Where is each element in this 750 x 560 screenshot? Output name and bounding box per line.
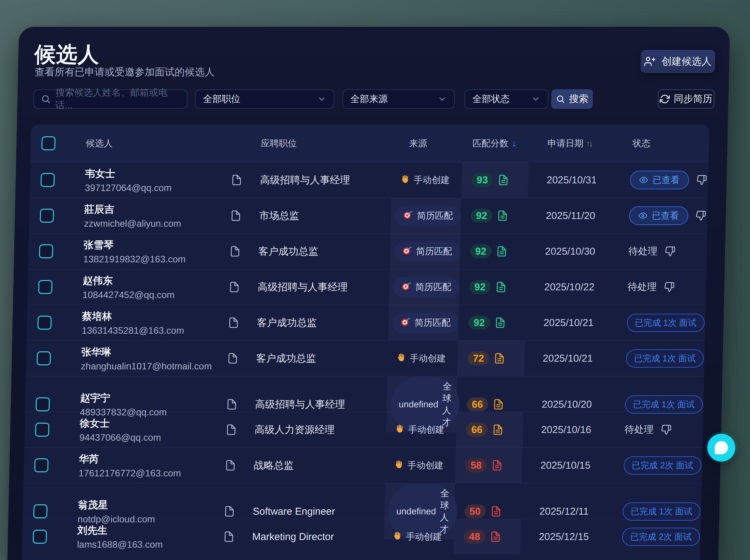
candidate-email: 1084427452@qq.com	[82, 290, 175, 300]
chevron-down-icon	[317, 94, 327, 104]
thumbs-down-icon[interactable]	[709, 460, 710, 471]
resume-file-icon[interactable]	[228, 317, 239, 328]
table-row[interactable]: 赵宇宁489337832@qq.com高级招聘与人事经理undefined全球人…	[25, 376, 704, 412]
resume-file-icon[interactable]	[229, 246, 241, 257]
chevron-down-icon	[437, 94, 447, 104]
resume-file-icon[interactable]	[224, 506, 235, 517]
source-tag: 手动创建	[389, 459, 444, 472]
table-row[interactable]: 蔡培林13631435281@163.com客户成功总监简历匹配922025/1…	[26, 305, 705, 340]
match-score-badge: 58	[465, 458, 487, 472]
candidate-name: 莊辰吉	[84, 203, 182, 216]
row-checkbox[interactable]	[38, 280, 52, 294]
thumbs-down-icon[interactable]	[696, 175, 707, 185]
column-header-source[interactable]: 来源	[392, 125, 463, 162]
thumbs-down-icon[interactable]	[708, 506, 710, 517]
score-report-icon[interactable]	[495, 281, 507, 293]
sort-descending-icon[interactable]: ↓	[512, 138, 517, 149]
row-checkbox[interactable]	[34, 458, 48, 472]
source-tag: 简历匹配	[394, 241, 460, 262]
score-report-icon[interactable]	[496, 246, 508, 257]
applied-position: 市场总监	[247, 198, 391, 233]
row-checkbox[interactable]	[35, 423, 49, 437]
table-row[interactable]: 翁茂星notdp@icloud.comSoftware Engineerunde…	[23, 483, 702, 519]
score-report-icon[interactable]	[491, 460, 503, 471]
match-score-badge: 93	[472, 173, 493, 187]
table-row[interactable]: 赵伟东1084427452@qq.com高级招聘与人事经理简历匹配922025/…	[27, 269, 706, 305]
resume-file-icon[interactable]	[231, 174, 243, 186]
row-checkbox[interactable]	[40, 209, 54, 223]
search-input[interactable]: 搜索候选人姓名、邮箱或电话...	[33, 89, 188, 109]
thumbs-down-icon[interactable]	[695, 210, 706, 221]
search-placeholder: 搜索候选人姓名、邮箱或电话...	[55, 86, 180, 112]
score-report-icon[interactable]	[490, 506, 502, 517]
source-tag: 手动创建	[390, 424, 444, 436]
resume-file-icon[interactable]	[225, 460, 236, 471]
score-report-icon[interactable]	[496, 210, 508, 221]
candidate-name: 张雪琴	[83, 238, 186, 252]
column-header-status[interactable]: 状态	[619, 125, 709, 162]
applied-position: Marketing Director	[240, 519, 384, 554]
candidate-email: zhanghualin1017@hotmail.com	[81, 361, 212, 372]
column-header-date[interactable]: 申请日期 ↑↓	[529, 125, 619, 162]
column-header-candidate[interactable]: 候选人	[65, 125, 249, 162]
row-checkbox[interactable]	[33, 530, 47, 544]
row-checkbox[interactable]	[36, 351, 51, 365]
table-row[interactable]: 张雪琴13821919832@163.com客户成功总监简历匹配922025/1…	[28, 233, 707, 269]
filter-source-select[interactable]: 全部来源	[342, 89, 455, 109]
resume-file-icon[interactable]	[230, 210, 242, 221]
score-report-icon[interactable]	[494, 353, 505, 364]
score-report-icon[interactable]	[490, 531, 501, 542]
filter-status-select[interactable]: 全部状态	[464, 89, 549, 109]
sync-resumes-button[interactable]: 同步简历	[658, 89, 715, 109]
score-report-icon[interactable]	[498, 174, 509, 186]
table-row[interactable]: 华芮17612176772@163.com战略总监手动创建582025/10/1…	[23, 447, 702, 483]
status-badge-interviews-done: 已完成 1次 面试	[625, 395, 703, 414]
row-checkbox[interactable]	[35, 397, 50, 411]
resume-file-icon[interactable]	[229, 281, 240, 293]
table-row[interactable]: 韦女士397127064@qq.com高级招聘与人事经理手动创建932025/1…	[30, 162, 709, 198]
thumbs-down-icon[interactable]	[664, 282, 675, 292]
row-checkbox[interactable]	[37, 316, 52, 330]
application-date: 2025/11/20	[527, 198, 618, 233]
sort-toggle-icon[interactable]: ↑↓	[586, 139, 592, 148]
search-button[interactable]: 搜索	[551, 89, 593, 109]
eye-icon	[638, 211, 647, 220]
resume-file-icon[interactable]	[225, 424, 237, 435]
target-icon	[403, 210, 413, 222]
resume-file-icon[interactable]	[227, 353, 239, 364]
applied-position: 客户成功总监	[246, 234, 390, 269]
application-date: 2025/10/21	[524, 341, 615, 376]
score-report-icon[interactable]	[493, 399, 504, 410]
table-row[interactable]: 莊辰吉zzwmichel@aliyun.com市场总监简历匹配922025/11…	[29, 198, 708, 233]
score-report-icon[interactable]	[494, 317, 506, 328]
thumbs-down-icon[interactable]	[707, 531, 709, 542]
table-row[interactable]: 刘先生lams1688@163.comMarketing Director手动创…	[22, 519, 701, 554]
chat-widget-button[interactable]	[707, 434, 735, 462]
status-badge-interviews-done: 已完成 1次 面试	[623, 502, 701, 521]
status-text-pending: 待处理	[624, 423, 654, 436]
source-tag: 简历匹配	[395, 206, 461, 226]
application-date: 2025/10/16	[522, 412, 613, 447]
filter-position-select[interactable]: 全部职位	[195, 89, 335, 109]
column-header-position[interactable]: 应聘职位	[249, 125, 393, 162]
create-candidate-button[interactable]: 创建候选人	[641, 50, 715, 73]
chevron-down-icon	[531, 94, 541, 104]
resume-file-icon[interactable]	[226, 399, 238, 410]
thumbs-down-icon[interactable]	[661, 424, 672, 435]
user-plus-icon	[644, 56, 656, 67]
undefined: undefined	[399, 399, 438, 410]
column-header-score[interactable]: 匹配分数 ↓	[462, 125, 529, 162]
resume-file-icon[interactable]	[223, 531, 235, 542]
row-checkbox[interactable]	[33, 504, 47, 518]
row-checkbox[interactable]	[39, 244, 53, 258]
candidate-email: 17612176772@163.com	[78, 468, 181, 479]
application-date: 2025/10/30	[526, 234, 617, 269]
table-row[interactable]: 徐女士94437066@qq.com高级人力资源经理手动创建662025/10/…	[24, 412, 703, 447]
select-all-checkbox[interactable]	[41, 136, 55, 150]
search-icon	[41, 94, 51, 104]
table-row[interactable]: 张华琳zhanghualin1017@hotmail.com客户成功总监手动创建…	[26, 340, 705, 376]
thumbs-down-icon[interactable]	[665, 246, 676, 257]
score-report-icon[interactable]	[492, 424, 504, 435]
row-checkbox[interactable]	[40, 173, 55, 187]
source-tag: 手动创建	[396, 174, 450, 186]
